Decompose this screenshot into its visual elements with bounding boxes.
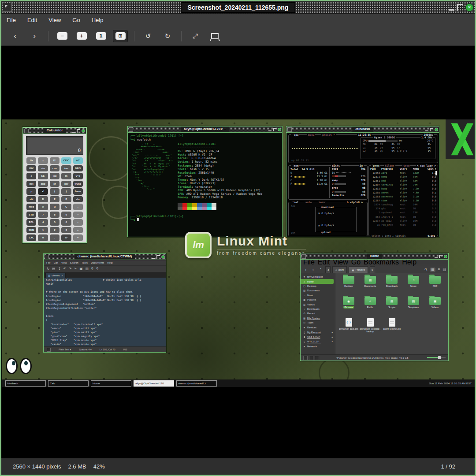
sidebar-item: ▥ Videos xyxy=(301,302,335,306)
editor-menu-item: Search xyxy=(70,261,78,264)
filter-label: filter xyxy=(384,164,395,167)
selection-status: "Pictures" selected (containing 142 item… xyxy=(336,357,409,359)
mem-row: F11.0 Gi xyxy=(290,182,327,186)
close-button[interactable]: × xyxy=(465,4,473,11)
code-line: #IconRegionJustification "center" xyxy=(46,306,164,310)
proc-row: 374gfxroot0B0.0 xyxy=(369,207,438,211)
disk-row: U27G xyxy=(332,175,365,178)
folder-icon: ▤ xyxy=(386,297,398,305)
zoom-in-button[interactable]: + xyxy=(74,30,89,42)
calculator-key: 8 xyxy=(50,212,60,218)
calculator-title: Calculator xyxy=(44,128,66,134)
folder-icon: ↓ xyxy=(386,276,398,284)
code-line: Motif xyxy=(46,282,164,286)
disks-list: root70GIOU27Gswap32GU0Bproc0BU0Blmde-tim… xyxy=(329,167,365,198)
mint-wordmark: Linux Mint xyxy=(217,234,306,248)
fullscreen-icon: ⤢ xyxy=(193,33,198,39)
download-rate: ▼ 0 Byte/s xyxy=(318,212,334,215)
sidebar-item-icon: ↓ xyxy=(303,308,306,310)
editor-toolbar-icon: ✂ xyxy=(74,267,77,271)
code-line: "emacs" "xpm:edit1.xpm" xyxy=(46,327,164,331)
previous-image-button[interactable]: ‹ xyxy=(7,30,22,42)
normal-size-button[interactable]: 1 xyxy=(93,30,108,42)
grid-view-icon: ▦ xyxy=(430,268,435,272)
folder-icon: ▤ xyxy=(364,276,376,284)
toolbar: ‹ › − + 1 ⊞ ↺ ↻ ⤢ xyxy=(1,26,475,46)
menu-item[interactable]: Go xyxy=(72,17,80,23)
sidebar-item-icon: ▯ xyxy=(303,340,306,343)
folder-icon: ▤ xyxy=(408,297,419,305)
image-viewport[interactable]: Calculator 0 1/x±D°CE/CACINVsincostanDRG… xyxy=(1,46,475,460)
folder-item: PDF xyxy=(424,276,446,297)
resize-icon[interactable] xyxy=(457,4,463,11)
resize-icon xyxy=(430,128,433,131)
cursor-position: Ln 505, Col 70 xyxy=(100,348,115,351)
zoom-out-button[interactable]: − xyxy=(55,30,70,42)
resize-icon xyxy=(439,255,443,258)
net-auto-label: auto xyxy=(305,201,312,204)
menu-item[interactable]: View xyxy=(48,17,61,23)
calculator-key: EE xyxy=(38,173,48,179)
calculator-key: 1 xyxy=(38,227,48,234)
color-swatch xyxy=(178,203,182,207)
fullscreen-button[interactable]: ⤢ xyxy=(188,30,203,42)
neofetch-info-line: Kernel: 6.1.0-18-amd64 xyxy=(178,156,262,160)
btop-preset-label: preset * xyxy=(321,133,336,136)
editor-toolbar-icon: ▤ xyxy=(52,267,55,271)
breadcrumb-current: ▣Pictures xyxy=(349,266,368,273)
btop-cpu-box: 'cpu menu preset * 11:26:55 2000ms up 01… xyxy=(288,134,438,163)
menu-item[interactable]: Edit xyxy=(27,17,37,23)
proc-row: 12287ctwmallyn5.9M0.0 xyxy=(369,199,438,203)
sidebar-item-icon: ▾ xyxy=(303,345,306,348)
minimize-icon[interactable] xyxy=(449,4,454,11)
collection-position: 1 / 92 xyxy=(441,463,463,470)
best-fit-button[interactable]: ⊞ xyxy=(113,30,128,42)
menu-item[interactable]: File xyxy=(7,17,16,23)
terminal-titlebar: allyn@OptiGrendel-1701: ~ xyxy=(128,126,282,133)
mem-row: C1.98 Gi xyxy=(290,178,327,182)
calculator-key: A xyxy=(38,204,48,210)
editor-title: ctwmrc (/mnt/shared/Linux/CTWM) xyxy=(74,254,135,260)
sidebar-item-icon: ♫ xyxy=(303,294,306,297)
editor-menu-item: Tools xyxy=(82,261,88,264)
neofetch-host: allyn@OptiGrendel-1701 xyxy=(178,142,262,146)
rotate-right-button[interactable]: ↻ xyxy=(160,30,175,42)
tab-width-selector: Spaces: 4 ▾ xyxy=(79,348,92,351)
calculator-key: 7 xyxy=(38,212,48,218)
terminal-window: allyn@OptiGrendel-1701: ~ ┌──(allyn@Opti… xyxy=(127,126,283,237)
iconify-icon xyxy=(287,127,292,132)
taskbar-item: allyn@OptiGrendel-170 xyxy=(134,380,174,387)
window-iconify-button[interactable] xyxy=(3,3,12,12)
zoom-level: 42% xyxy=(93,463,105,470)
calculator-key: base xyxy=(73,188,83,195)
color-swatch xyxy=(207,207,212,210)
cpu-model: Ryzen 5 5600G xyxy=(373,136,396,139)
neofetch-info-line: GPU: AMD ATI Radeon Vega Series / Radeon… xyxy=(178,192,262,196)
window-titlebar[interactable]: Screenshot_20240211_112655.png × xyxy=(1,1,475,14)
next-image-button[interactable]: › xyxy=(27,30,42,42)
file-item: cinnamon_desktop_backup xyxy=(360,318,381,339)
menu-item[interactable]: Help xyxy=(92,17,104,23)
sidebar-item: ▭ Trash xyxy=(301,320,335,325)
chevron-right-icon: › xyxy=(33,32,36,40)
btop-content: 'cpu menu preset * 11:26:55 2000ms up 01… xyxy=(286,133,439,237)
prompt-line: └─$ neofetch xyxy=(130,138,280,142)
editor-titlebar: ctwmrc (/mnt/shared/Linux/CTWM) xyxy=(44,254,166,260)
cpu-frequency: 1.4 GHz xyxy=(420,136,433,139)
folder-item: < Public xyxy=(360,297,381,318)
proc-table: 11968Xorgroot131M1.212372nemoallyn84M0.0… xyxy=(369,171,438,227)
proc-footer: select ↓ info ↵ signals 0/291 xyxy=(371,234,436,238)
code-line: #IconRegionAlignement "bottom" xyxy=(46,302,164,306)
editor-toolbar-icon: ↷ xyxy=(69,267,71,271)
search-icon: ⚲ xyxy=(424,268,428,272)
calculator-key: 5 xyxy=(50,219,60,226)
slideshow-button[interactable] xyxy=(207,30,222,42)
sidebar-item: ▦ File System xyxy=(301,316,335,320)
linux-mint-watermark: lm Linux Mint from freedom came elegance xyxy=(185,232,306,258)
cpu-graph xyxy=(292,148,358,149)
rotate-left-button[interactable]: ↺ xyxy=(141,30,156,42)
sidebar-item-icon: ⌂ xyxy=(303,280,306,283)
neofetch-info-line: OS: LMDE 6 (faye) x86_64 xyxy=(178,149,262,153)
pictures-icon: ▣ xyxy=(352,268,354,271)
calculator-key: SUM xyxy=(26,227,36,234)
